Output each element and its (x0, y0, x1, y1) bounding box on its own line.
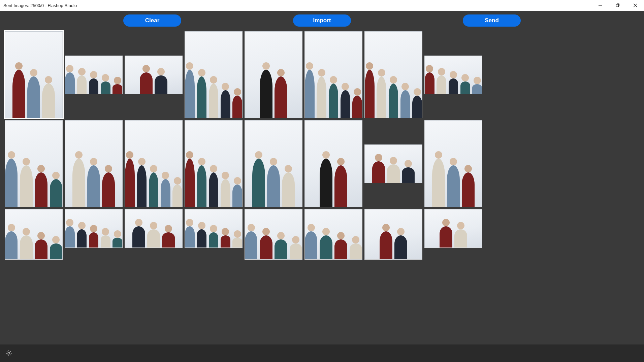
person-silhouette (161, 179, 170, 207)
person-silhouette (389, 84, 398, 118)
image-cell[interactable] (245, 31, 302, 118)
person-silhouette (137, 165, 147, 207)
image-cell[interactable] (65, 31, 123, 118)
image-thumbnail[interactable] (5, 209, 63, 260)
image-thumbnail[interactable] (364, 209, 422, 260)
person-silhouette (102, 172, 115, 207)
person-silhouette (197, 165, 206, 207)
person-silhouette (197, 76, 206, 118)
maximize-button[interactable] (609, 0, 626, 11)
image-thumbnail[interactable] (364, 144, 422, 183)
image-cell[interactable] (185, 120, 243, 207)
image-cell[interactable] (304, 31, 362, 118)
person-silhouette (35, 172, 47, 207)
image-thumbnail[interactable] (5, 120, 63, 207)
image-thumbnail[interactable] (185, 209, 243, 248)
photo-content (5, 49, 62, 118)
person-silhouette (334, 165, 347, 207)
person-silhouette (5, 159, 18, 207)
image-thumbnail[interactable] (65, 209, 123, 248)
settings-button[interactable] (5, 349, 13, 357)
image-cell[interactable] (65, 209, 123, 260)
person-silhouette (209, 172, 219, 207)
image-thumbnail[interactable] (424, 56, 482, 94)
person-silhouette (412, 96, 422, 118)
image-cell[interactable] (185, 31, 243, 118)
window-title: Sent Images: 2500/0 - Flashop Studio (3, 3, 591, 8)
image-cell[interactable] (304, 209, 362, 260)
image-thumbnail[interactable] (245, 31, 302, 118)
image-cell[interactable] (5, 120, 63, 207)
person-silhouette (5, 231, 18, 259)
image-grid (5, 31, 639, 260)
svg-point-4 (8, 352, 10, 354)
image-thumbnail[interactable] (424, 120, 482, 207)
photo-content (185, 138, 242, 207)
image-cell[interactable] (364, 31, 422, 118)
person-silhouette (380, 231, 392, 259)
image-grid-viewport[interactable] (0, 30, 644, 344)
image-cell[interactable] (245, 120, 302, 207)
person-silhouette (221, 235, 230, 248)
photo-content (185, 217, 242, 248)
image-cell[interactable] (65, 120, 123, 207)
image-cell[interactable] (364, 209, 422, 260)
image-cell[interactable] (424, 209, 482, 260)
photo-content (425, 217, 482, 248)
person-silhouette (282, 172, 294, 207)
image-thumbnail[interactable] (5, 31, 63, 118)
image-cell[interactable] (424, 31, 482, 118)
close-button[interactable] (626, 0, 644, 11)
image-cell[interactable] (245, 209, 302, 260)
image-thumbnail[interactable] (304, 31, 362, 118)
image-thumbnail[interactable] (424, 209, 482, 248)
image-cell[interactable] (125, 209, 183, 260)
person-silhouette (42, 84, 55, 118)
person-silhouette (232, 238, 242, 248)
app-body: Clear Import Send (0, 11, 644, 362)
image-thumbnail[interactable] (65, 120, 123, 207)
photo-content (305, 220, 362, 259)
person-silhouette (155, 75, 167, 94)
image-cell[interactable] (185, 209, 243, 260)
clear-button[interactable]: Clear (123, 14, 181, 27)
window-controls (591, 0, 644, 11)
person-silhouette (35, 239, 47, 259)
person-silhouette (320, 159, 332, 207)
person-silhouette (132, 226, 145, 248)
person-silhouette (317, 76, 326, 118)
person-silhouette (305, 70, 315, 118)
image-cell[interactable] (125, 31, 183, 118)
person-silhouette (27, 76, 40, 118)
person-silhouette (209, 232, 219, 248)
import-button[interactable]: Import (293, 14, 351, 27)
image-thumbnail[interactable] (364, 31, 422, 118)
image-cell[interactable] (125, 120, 183, 207)
minimize-button[interactable] (591, 0, 609, 11)
image-cell[interactable] (364, 120, 422, 207)
person-silhouette (140, 72, 152, 94)
image-thumbnail[interactable] (125, 56, 183, 94)
send-button[interactable]: Send (463, 14, 521, 27)
image-cell[interactable] (5, 209, 63, 260)
image-thumbnail[interactable] (245, 209, 302, 260)
image-thumbnail[interactable] (245, 120, 302, 207)
image-cell[interactable] (424, 120, 482, 207)
person-silhouette (89, 232, 99, 248)
image-cell[interactable] (5, 31, 63, 118)
person-silhouette (305, 231, 317, 259)
person-silhouette (387, 164, 399, 183)
person-silhouette (20, 165, 32, 207)
person-silhouette (221, 179, 230, 207)
image-thumbnail[interactable] (125, 120, 183, 207)
image-thumbnail[interactable] (65, 56, 123, 94)
image-thumbnail[interactable] (125, 209, 183, 248)
image-thumbnail[interactable] (185, 31, 243, 118)
image-thumbnail[interactable] (185, 120, 243, 207)
person-silhouette (112, 238, 122, 248)
titlebar: Sent Images: 2500/0 - Flashop Studio (0, 0, 644, 11)
image-thumbnail[interactable] (304, 120, 362, 207)
image-thumbnail[interactable] (304, 209, 362, 260)
image-cell[interactable] (304, 120, 362, 207)
minimize-icon (598, 3, 602, 7)
